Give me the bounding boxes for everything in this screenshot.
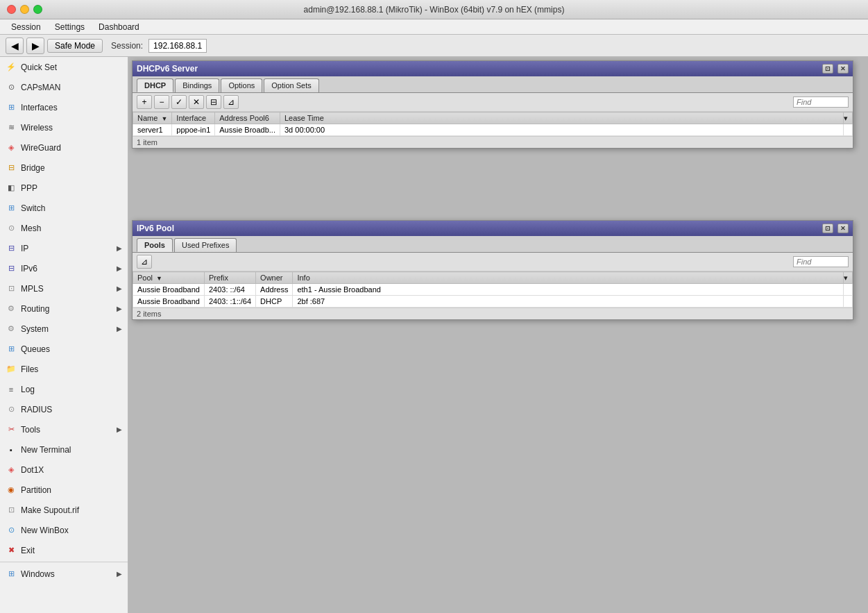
system-icon: ⚙ [6,324,17,335]
dhcpv6-table: Name ▼ Interface Address Pool6 Lease Tim… [133,112,853,136]
ipv6-pool-table-container: Pool ▼ Prefix Owner Info [133,271,853,308]
dhcpv6-restore-button[interactable]: ⊡ [822,64,833,74]
tab-pools[interactable]: Pools [137,238,173,252]
tab-used-prefixes[interactable]: Used Prefixes [174,238,237,252]
pool-filter-button[interactable]: ⊿ [137,255,152,269]
forward-button[interactable]: ▶ [26,37,44,54]
sidebar-item-mpls[interactable]: ⊡ MPLS ▶ [0,278,128,299]
windows-arrow-icon: ▶ [117,570,122,578]
switch-icon: ⊞ [6,203,17,214]
tab-dhcp[interactable]: DHCP [137,78,173,92]
sidebar-label-new-terminal: New Terminal [21,445,122,455]
table-row[interactable]: Aussie Broadband 2403: :1::/64 DHCP 2bf … [133,296,853,308]
remove-button[interactable]: − [154,95,169,109]
back-button[interactable]: ◀ [6,37,24,54]
minimize-button[interactable] [20,5,29,14]
menu-dashboard[interactable]: Dashboard [93,21,145,33]
sidebar-item-wireless[interactable]: ≋ Wireless [0,117,128,137]
col-address-pool6[interactable]: Address Pool6 [215,112,280,124]
sidebar-item-new-winbox[interactable]: ⊙ New WinBox [0,520,128,540]
tools-icon: ✂ [6,424,17,435]
copy-button[interactable]: ⊟ [206,95,221,109]
tab-option-sets[interactable]: Option Sets [264,78,318,92]
dhcpv6-status: 1 item [133,136,853,148]
sidebar-item-capsman[interactable]: ⊙ CAPsMAN [0,77,128,97]
menu-session[interactable]: Session [6,21,46,33]
quick-set-icon: ⚡ [6,62,17,73]
menu-settings[interactable]: Settings [49,21,90,33]
sidebar-item-system[interactable]: ⚙ System ▶ [0,319,128,339]
ip-icon: ⊟ [6,243,17,254]
col-name[interactable]: Name ▼ [133,112,172,124]
cell-empty [844,124,853,136]
sidebar-item-ip[interactable]: ⊟ IP ▶ [0,238,128,258]
table-row[interactable]: Aussie Broadband 2403: ::/64 Address eth… [133,284,853,296]
mesh-icon: ⊙ [6,223,17,234]
sidebar-item-mesh[interactable]: ⊙ Mesh [0,218,128,238]
ipv6-pool-tabs: Pools Used Prefixes [133,236,853,253]
sidebar-item-radius[interactable]: ⊙ RADIUS [0,399,128,419]
ipv6-pool-restore-button[interactable]: ⊡ [822,224,833,233]
ipv6-pool-close-button[interactable]: ✕ [837,224,849,233]
close-button[interactable] [7,5,16,14]
window-controls [7,5,42,14]
app-title: admin@192.168.88.1 (MikroTik) - WinBox (… [304,5,565,15]
sidebar-item-make-supout[interactable]: ⊡ Make Supout.rif [0,500,128,520]
sidebar-item-partition[interactable]: ◉ Partition [0,480,128,500]
sidebar-label-interfaces: Interfaces [21,103,122,112]
mpls-arrow-icon: ▶ [117,285,122,292]
safe-mode-button[interactable]: Safe Mode [47,39,103,53]
col-prefix[interactable]: Prefix [204,272,255,284]
sidebar-item-windows[interactable]: ⊞ Windows ▶ [0,564,128,584]
sidebar-item-ipv6[interactable]: ⊟ IPv6 ▶ [0,258,128,278]
col-interface[interactable]: Interface [172,112,215,124]
sidebar-label-make-supout: Make Supout.rif [21,505,122,515]
add-button[interactable]: + [137,95,152,109]
capsman-icon: ⊙ [6,82,17,93]
disable-button[interactable]: ✕ [189,95,204,109]
sidebar-label-ip: IP [21,244,112,253]
col-lease-time[interactable]: Lease Time [280,112,843,124]
sidebar-label-switch: Switch [21,203,122,213]
sidebar-item-ppp[interactable]: ◧ PPP [0,178,128,198]
sidebar-item-files[interactable]: 📁 Files [0,359,128,379]
ipv6-pool-find-input[interactable] [793,256,849,267]
sidebar-item-quick-set[interactable]: ⚡ Quick Set [0,57,128,77]
sidebar-item-dot1x[interactable]: ◈ Dot1X [0,460,128,480]
tab-bindings[interactable]: Bindings [175,78,219,92]
sidebar-label-log: Log [21,385,122,394]
dot1x-icon: ◈ [6,464,17,476]
sidebar-item-switch[interactable]: ⊞ Switch [0,198,128,218]
sidebar-item-routing[interactable]: ⚙ Routing ▶ [0,299,128,319]
sidebar-item-new-terminal[interactable]: ▪ New Terminal [0,439,128,460]
main-layout: ⚡ Quick Set ⊙ CAPsMAN ⊞ Interfaces ≋ Wir… [0,57,868,613]
cell-pool-1: Aussie Broadband [133,284,205,296]
col-pool-dropdown[interactable]: ▾ [844,272,853,284]
exit-icon: ✖ [6,545,17,556]
tab-options[interactable]: Options [221,78,262,92]
dhcpv6-close-button[interactable]: ✕ [837,64,849,74]
sidebar-item-bridge[interactable]: ⊟ Bridge [0,158,128,178]
sidebar-item-log[interactable]: ≡ Log [0,379,128,399]
col-owner[interactable]: Owner [256,272,293,284]
sidebar-item-exit[interactable]: ✖ Exit [0,540,128,560]
tools-arrow-icon: ▶ [117,426,122,433]
col-dropdown[interactable]: ▾ [844,112,853,124]
col-info[interactable]: Info [293,272,844,284]
sidebar-item-tools[interactable]: ✂ Tools ▶ [0,419,128,439]
filter-button[interactable]: ⊿ [223,95,239,109]
sidebar-label-mesh: Mesh [21,224,122,233]
sidebar-label-capsman: CAPsMAN [21,83,122,92]
maximize-button[interactable] [33,5,42,14]
sidebar-item-wireguard[interactable]: ◈ WireGuard [0,137,128,158]
dhcpv6-find-input[interactable] [793,96,849,108]
sidebar-label-windows: Windows [21,569,112,579]
col-pool[interactable]: Pool ▼ [133,272,205,284]
sidebar-item-interfaces[interactable]: ⊞ Interfaces [0,97,128,117]
table-row[interactable]: server1 pppoe-in1 Aussie Broadb... 3d 00… [133,124,853,136]
cell-pool-empty-2 [844,296,853,308]
ipv6-pool-window: IPv6 Pool ⊡ ✕ Pools Used Prefixes ⊿ Pool [132,220,853,320]
enable-button[interactable]: ✓ [171,95,187,109]
sidebar-item-queues[interactable]: ⊞ Queues [0,339,128,359]
terminal-icon: ▪ [6,444,17,455]
